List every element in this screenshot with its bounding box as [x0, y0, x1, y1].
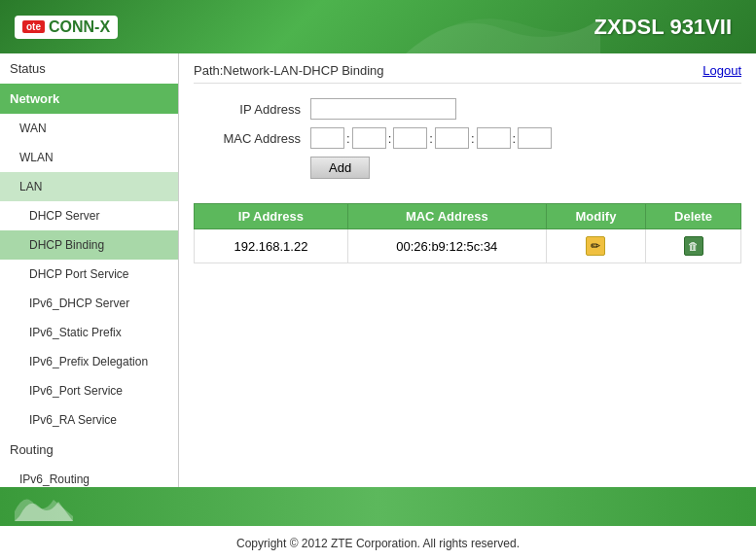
sidebar-item-network[interactable]: Network — [0, 84, 178, 114]
cell-mac: 00:26:b9:12:5c:34 — [347, 229, 546, 263]
logo-connx: CONN-X — [49, 18, 110, 36]
ip-address-label: IP Address — [194, 102, 310, 117]
dhcp-binding-form: IP Address MAC Address : : : : : Add — [194, 98, 741, 189]
mac-input-1[interactable] — [310, 127, 344, 149]
col-delete: Delete — [646, 204, 741, 229]
ip-address-row: IP Address — [194, 98, 741, 120]
sidebar-item-dhcp-binding[interactable]: DHCP Binding — [0, 230, 178, 260]
cell-ip: 192.168.1.22 — [195, 229, 348, 263]
sidebar-item-ipv6-prefix-delegation[interactable]: IPv6_Prefix Delegation — [0, 347, 178, 376]
logo: ote CONN-X — [15, 16, 118, 39]
page-title: ZXDSL 931VII — [594, 15, 732, 40]
mac-input-4[interactable] — [435, 127, 469, 149]
sidebar-item-dhcp-server[interactable]: DHCP Server — [0, 201, 178, 230]
logo-ote: ote — [22, 20, 45, 33]
sidebar-item-wan[interactable]: WAN — [0, 114, 178, 143]
header-wave — [406, 0, 600, 53]
add-button[interactable]: Add — [310, 157, 370, 179]
cell-modify: ✏ — [546, 229, 645, 263]
footer-wave-icon — [15, 492, 73, 521]
footer-copyright: Copyright © 2012 ZTE Corporation. All ri… — [0, 526, 756, 560]
header: ote CONN-X ZXDSL 931VII — [0, 0, 756, 53]
mac-input-2[interactable] — [352, 127, 386, 149]
col-modify: Modify — [546, 204, 645, 229]
copyright-text: Copyright © 2012 ZTE Corporation. All ri… — [236, 537, 520, 550]
cell-delete: 🗑 — [646, 229, 741, 263]
footer-bar — [0, 487, 756, 526]
trash-icon: 🗑 — [684, 236, 703, 256]
sidebar-item-status[interactable]: Status — [0, 53, 178, 84]
delete-button[interactable]: 🗑 — [682, 234, 705, 258]
sidebar-item-ipv6-port-service[interactable]: IPv6_Port Service — [0, 376, 178, 405]
sidebar-item-dhcp-port-service[interactable]: DHCP Port Service — [0, 260, 178, 289]
mac-input-5[interactable] — [477, 127, 511, 149]
mac-input-3[interactable] — [393, 127, 427, 149]
sidebar-item-lan[interactable]: LAN — [0, 172, 178, 201]
main-layout: Status Network WAN WLAN LAN DHCP Server … — [0, 53, 756, 487]
path-bar: Path:Network-LAN-DHCP Binding Logout — [194, 63, 741, 84]
col-mac-address: MAC Address — [347, 204, 546, 229]
ip-address-input[interactable] — [310, 98, 456, 120]
mac-address-label: MAC Address — [194, 131, 310, 146]
modify-button[interactable]: ✏ — [584, 234, 607, 258]
mac-address-row: MAC Address : : : : : — [194, 127, 741, 149]
col-ip-address: IP Address — [195, 204, 348, 229]
pencil-icon: ✏ — [586, 236, 605, 256]
breadcrumb: Path:Network-LAN-DHCP Binding — [194, 63, 384, 78]
sidebar: Status Network WAN WLAN LAN DHCP Server … — [0, 53, 179, 487]
sidebar-item-ipv6-routing[interactable]: IPv6_Routing — [0, 465, 178, 487]
mac-input-6[interactable] — [518, 127, 552, 149]
dhcp-binding-table: IP Address MAC Address Modify Delete 192… — [194, 203, 741, 263]
logout-link[interactable]: Logout — [702, 63, 741, 78]
sidebar-item-ipv6-ra-service[interactable]: IPv6_RA Service — [0, 405, 178, 435]
table-row: 192.168.1.2200:26:b9:12:5c:34✏🗑 — [195, 229, 741, 263]
sidebar-item-ipv6-dhcp-server[interactable]: IPv6_DHCP Server — [0, 289, 178, 318]
sidebar-item-routing[interactable]: Routing — [0, 435, 178, 465]
sidebar-item-wlan[interactable]: WLAN — [0, 143, 178, 172]
content-area: Path:Network-LAN-DHCP Binding Logout IP … — [179, 53, 756, 487]
sidebar-item-ipv6-static-prefix[interactable]: IPv6_Static Prefix — [0, 318, 178, 347]
